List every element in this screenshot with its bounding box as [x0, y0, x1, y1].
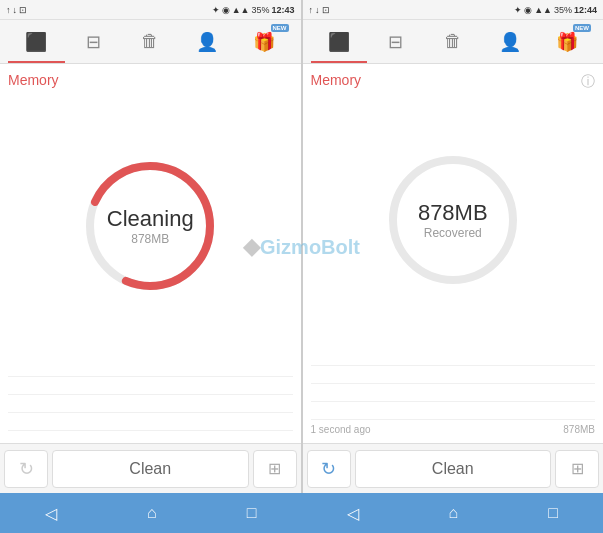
tab-memory-2[interactable]: ⬛: [311, 20, 368, 63]
circle-2: 878MB Recovered: [378, 145, 528, 295]
bluetooth-icon: ✦: [212, 5, 220, 15]
tab-user-1[interactable]: 👤: [179, 20, 236, 63]
bottom-nav: ◁ ⌂ □ ◁ ⌂ □: [0, 493, 603, 533]
status-left-1: ↑ ↓ ⊡: [6, 5, 27, 15]
list-footer-2: 1 second ago 878MB: [311, 424, 596, 435]
list-item: [311, 406, 596, 420]
layers-icon-2: ⊟: [388, 31, 403, 53]
footer-time: 1 second ago: [311, 424, 371, 435]
screen-2: ↑ ↓ ⊡ ✦ ◉ ▲▲ 35% 12:44 ⬛ ⊟ 🗑: [303, 0, 604, 493]
trash-icon: 🗑: [141, 31, 159, 52]
status-bar-2: ↑ ↓ ⊡ ✦ ◉ ▲▲ 35% 12:44: [303, 0, 604, 20]
clean-label-1: Clean: [129, 460, 171, 478]
tab-trash-2[interactable]: 🗑: [424, 20, 481, 63]
clean-label-2: Clean: [432, 460, 474, 478]
battery-text-2: 35%: [554, 5, 572, 15]
clean-button-2[interactable]: Clean: [355, 450, 552, 488]
box-icon: ⊡: [19, 5, 27, 15]
back-button-1[interactable]: ◁: [33, 500, 69, 527]
content-area-1: Memory Cleaning 878MB: [0, 64, 301, 443]
user-icon: 👤: [196, 31, 218, 53]
refresh-button-1[interactable]: ↻: [4, 450, 48, 488]
time-1: 12:43: [271, 5, 294, 15]
cpu-icon-2: ⬛: [328, 31, 350, 53]
back-button-2[interactable]: ◁: [335, 500, 371, 527]
bottom-nav-right: ◁ ⌂ □: [302, 500, 604, 527]
gift-icon-2: 🎁: [556, 31, 578, 53]
bluetooth-icon-2: ✦: [514, 5, 522, 15]
list-item: [8, 363, 293, 377]
list-item: [311, 388, 596, 402]
memory-label-2: Memory: [311, 72, 362, 88]
nav-tabs-1: ⬛ ⊟ 🗑 👤 🎁 NEW: [0, 20, 301, 64]
home-button-1[interactable]: ⌂: [135, 500, 169, 527]
footer-size: 878MB: [563, 424, 595, 435]
upload-icon-2: ↑: [309, 5, 314, 15]
screen-1: ↑ ↓ ⊡ ✦ ◉ ▲▲ 35% 12:43 ⬛ ⊟ 🗑: [0, 0, 301, 493]
tab-gift-2[interactable]: 🎁 NEW: [538, 20, 595, 63]
refresh-icon: ↻: [19, 458, 34, 480]
layers-icon: ⊟: [86, 31, 101, 53]
settings-button-1[interactable]: ⊞: [253, 450, 297, 488]
time-2: 12:44: [574, 5, 597, 15]
box-icon-2: ⊡: [322, 5, 330, 15]
settings-icon-2: ⊞: [571, 459, 584, 478]
clean-button-1[interactable]: Clean: [52, 450, 249, 488]
home-button-2[interactable]: ⌂: [437, 500, 471, 527]
main-text-1: Cleaning: [107, 206, 194, 232]
content-area-2: Memory ⓘ 878MB Recovered: [303, 64, 604, 443]
tab-user-2[interactable]: 👤: [481, 20, 538, 63]
status-bar-1: ↑ ↓ ⊡ ✦ ◉ ▲▲ 35% 12:43: [0, 0, 301, 20]
sub-text-1: 878MB: [107, 232, 194, 246]
memory-header-2: Memory ⓘ: [311, 72, 596, 92]
settings-icon: ⊞: [268, 459, 281, 478]
nav-tabs-2: ⬛ ⊟ 🗑 👤 🎁 NEW: [303, 20, 604, 64]
list-item: [8, 417, 293, 431]
refresh-button-2[interactable]: ↻: [307, 450, 351, 488]
info-icon[interactable]: ⓘ: [581, 73, 595, 91]
circle-text-1: Cleaning 878MB: [107, 206, 194, 246]
bottom-nav-left: ◁ ⌂ □: [0, 500, 302, 527]
recents-button-1[interactable]: □: [235, 500, 269, 527]
gift-icon: 🎁: [253, 31, 275, 53]
recents-button-2[interactable]: □: [536, 500, 570, 527]
circle-1: Cleaning 878MB: [75, 151, 225, 301]
new-badge-2: NEW: [573, 24, 591, 32]
tab-trash-1[interactable]: 🗑: [122, 20, 179, 63]
main-text-2: 878MB: [418, 200, 488, 226]
list-item: [8, 381, 293, 395]
tab-memory-1[interactable]: ⬛: [8, 20, 65, 63]
circle-container-2: 878MB Recovered: [311, 92, 596, 348]
circle-container-1: Cleaning 878MB: [8, 92, 293, 359]
bottom-toolbar-2: ↻ Clean ⊞: [303, 443, 604, 493]
user-icon-2: 👤: [499, 31, 521, 53]
tab-layers-2[interactable]: ⊟: [367, 20, 424, 63]
battery-text-1: 35%: [251, 5, 269, 15]
settings-button-2[interactable]: ⊞: [555, 450, 599, 488]
upload-icon: ↑: [6, 5, 11, 15]
status-left-2: ↑ ↓ ⊡: [309, 5, 330, 15]
tab-layers-1[interactable]: ⊟: [65, 20, 122, 63]
list-item: [311, 370, 596, 384]
wifi-icon: ◉: [222, 5, 230, 15]
tab-gift-1[interactable]: 🎁 NEW: [236, 20, 293, 63]
status-right-1: ✦ ◉ ▲▲ 35% 12:43: [212, 5, 295, 15]
status-right-2: ✦ ◉ ▲▲ 35% 12:44: [514, 5, 597, 15]
sub-text-2: Recovered: [418, 226, 488, 240]
refresh-icon-2: ↻: [321, 458, 336, 480]
list-area-1: [8, 363, 293, 435]
circle-text-2: 878MB Recovered: [418, 200, 488, 240]
list-area-2: 1 second ago 878MB: [311, 352, 596, 435]
bottom-toolbar-1: ↻ Clean ⊞: [0, 443, 301, 493]
wifi-icon-2: ◉: [524, 5, 532, 15]
cpu-icon: ⬛: [25, 31, 47, 53]
signal-icon-2: ▲▲: [534, 5, 552, 15]
trash-icon-2: 🗑: [444, 31, 462, 52]
signal-icon: ▲▲: [232, 5, 250, 15]
list-item: [311, 352, 596, 366]
memory-label-1: Memory: [8, 72, 293, 88]
list-item: [8, 399, 293, 413]
new-badge-1: NEW: [271, 24, 289, 32]
download-icon-2: ↓: [315, 5, 320, 15]
download-icon: ↓: [13, 5, 18, 15]
